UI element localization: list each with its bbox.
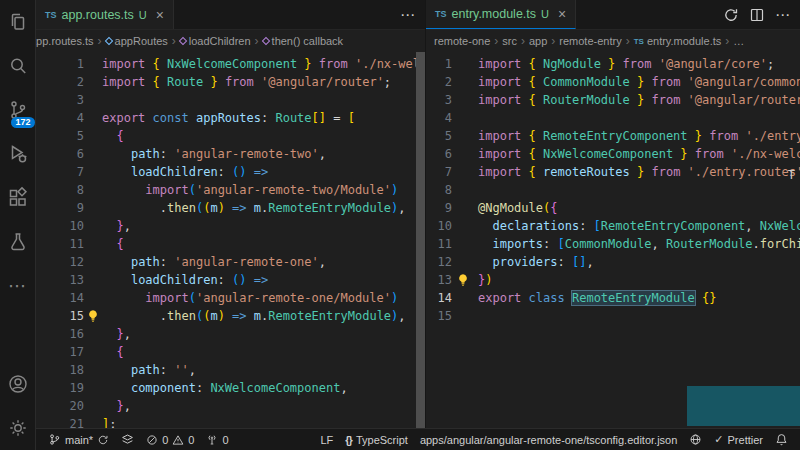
code-line[interactable]: 12 providers: [], [426, 253, 800, 271]
code-line[interactable]: 21]; [36, 415, 425, 428]
code-line[interactable]: 2import { Route } from '@angular/router'… [36, 73, 425, 91]
line-number: 4 [36, 109, 90, 127]
code-line[interactable]: 15 [426, 307, 800, 325]
accounts-icon[interactable] [0, 362, 36, 406]
tab-app-routes[interactable]: TS app.routes.ts U × [36, 0, 174, 29]
layers-sync-icon[interactable] [115, 433, 140, 446]
settings-gear-icon[interactable] [0, 406, 36, 450]
code-text: path: 'angular-remote-two', [90, 145, 326, 163]
tab-entry-module[interactable]: TS entry.module.ts U × [426, 0, 576, 29]
language-mode[interactable]: {} TypeScript [339, 434, 414, 446]
code-line[interactable]: 13}) [426, 271, 800, 289]
code-line[interactable]: 4 [426, 109, 800, 127]
testing-flask-icon[interactable] [0, 220, 36, 264]
code-line[interactable]: 13 loadChildren: () => [36, 271, 425, 289]
source-control-icon[interactable]: 172 [0, 88, 36, 132]
chevron-right-icon: › [494, 34, 498, 48]
code-line[interactable]: 11 imports: [CommonModule, RouterModule.… [426, 235, 800, 253]
code-line[interactable]: 9@NgModule({ [426, 199, 800, 217]
code-line[interactable]: 9 .then((m) => m.RemoteEntryModule), [36, 199, 425, 217]
code-line[interactable]: 8 [426, 181, 800, 199]
overlay-widget[interactable] [687, 386, 800, 426]
split-editor-icon[interactable] [749, 7, 765, 23]
breadcrumb-item[interactable]: app [529, 35, 547, 47]
breadcrumb-item[interactable]: … [733, 35, 744, 47]
lightbulb-icon[interactable] [456, 273, 470, 287]
breadcrumb-item[interactable]: appRoutes [106, 35, 168, 47]
extensions-icon[interactable] [0, 176, 36, 220]
formatter-status[interactable]: ✓ Prettier [708, 433, 769, 446]
code-line[interactable]: 3 [36, 91, 425, 109]
symbol-icon [179, 37, 187, 45]
code-line[interactable]: 8 import('angular-remote-two/Module') [36, 181, 425, 199]
code-line[interactable]: 4export const appRoutes: Route[] = [ [36, 109, 425, 127]
tab-label: entry.module.ts [452, 7, 537, 21]
code-text [90, 91, 102, 109]
line-number: 17 [36, 343, 90, 361]
breadcrumb-item[interactable]: app.routes.ts [36, 35, 94, 47]
code-line[interactable]: 19 component: NxWelcomeComponent, [36, 379, 425, 397]
notifications-bell-icon[interactable] [769, 433, 794, 446]
code-text: { [90, 343, 124, 361]
chevron-right-icon: › [172, 34, 176, 48]
eol-indicator[interactable]: LF [315, 434, 340, 446]
code-text: export class RemoteEntryModule {} [466, 289, 716, 307]
code-line[interactable]: 18 path: '', [36, 361, 425, 379]
code-line[interactable]: 10 declarations: [RemoteEntryComponent, … [426, 217, 800, 235]
code-line[interactable]: 20 }, [36, 397, 425, 415]
lightbulb-icon[interactable] [86, 309, 100, 323]
line-number: 20 [36, 397, 90, 415]
activity-bar: 172 ⋯ [0, 0, 36, 450]
code-line[interactable]: 17 { [36, 343, 425, 361]
breadcrumb-item[interactable]: TSentry.module.ts [634, 35, 722, 47]
breadcrumb-item[interactable]: remote-one [434, 35, 490, 47]
search-icon[interactable] [0, 44, 36, 88]
code-line[interactable]: 2import { CommonModule } from '@angular/… [426, 73, 800, 91]
code-line[interactable]: 11 { [36, 235, 425, 253]
code-line[interactable]: 1import { NgModule } from '@angular/core… [426, 55, 800, 73]
close-tab-icon[interactable]: × [156, 7, 164, 23]
breadcrumb-item[interactable]: src [502, 35, 517, 47]
browser-globe-icon[interactable] [683, 433, 708, 446]
line-number: 2 [426, 73, 466, 91]
problems-status[interactable]: 0 0 [140, 434, 200, 446]
ports-status[interactable]: 0 [200, 434, 234, 446]
line-number: 15 [36, 307, 90, 325]
breadcrumb-item[interactable]: remote-entry [559, 35, 621, 47]
code-line[interactable]: 7 loadChildren: () => [36, 163, 425, 181]
code-line[interactable]: 5 { [36, 127, 425, 145]
editor-groups: TS app.routes.ts U × ⋯ app.routes.ts›app… [36, 0, 800, 428]
code-line[interactable]: 6 path: 'angular-remote-two', [36, 145, 425, 163]
code-line[interactable]: 1import { NxWelcomeComponent } from './n… [36, 55, 425, 73]
code-line[interactable]: 14 import('angular-remote-one/Module') [36, 289, 425, 307]
code-line[interactable]: 14export class RemoteEntryModule {} [426, 289, 800, 307]
tsconfig-path[interactable]: apps/angular/angular-remote-one/tsconfig… [414, 434, 683, 446]
more-actions-icon[interactable]: ⋯ [400, 6, 415, 24]
symbol-icon [104, 37, 112, 45]
code-text: import('angular-remote-two/Module') [90, 181, 398, 199]
code-line[interactable]: 7import { remoteRoutes } from './entry.r… [426, 163, 800, 181]
code-text: @NgModule({ [466, 199, 558, 217]
scrollbar[interactable] [416, 52, 425, 428]
code-line[interactable]: 16 }, [36, 325, 425, 343]
branch-status[interactable]: main* [42, 433, 115, 446]
close-tab-icon[interactable]: × [558, 6, 566, 22]
run-debug-icon[interactable] [0, 132, 36, 176]
code-line[interactable]: 3import { RouterModule } from '@angular/… [426, 91, 800, 109]
code-line[interactable]: 5import { RemoteEntryComponent } from '.… [426, 127, 800, 145]
line-number: 15 [426, 307, 466, 325]
explorer-icon[interactable] [0, 0, 36, 44]
code-line[interactable]: 15 .then((m) => m.RemoteEntryModule), [36, 307, 425, 325]
breadcrumb-item[interactable]: then() callback [263, 35, 344, 47]
code-line[interactable]: 12 path: 'angular-remote-one', [36, 253, 425, 271]
sync-icon[interactable] [723, 7, 739, 23]
code-line[interactable]: 10 }, [36, 217, 425, 235]
more-actions-icon[interactable]: ⋯ [775, 6, 790, 24]
editor-app-routes[interactable]: 1import { NxWelcomeComponent } from './n… [36, 52, 425, 428]
breadcrumb-item[interactable]: loadChildren [180, 35, 251, 47]
code-line[interactable]: 6import { NxWelcomeComponent } from './n… [426, 145, 800, 163]
more-views-icon[interactable]: ⋯ [0, 264, 36, 308]
editor-entry-module[interactable]: 1import { NgModule } from '@angular/core… [426, 52, 800, 428]
breadcrumb[interactable]: app.routes.ts›appRoutes›loadChildren›the… [36, 30, 425, 52]
breadcrumb[interactable]: remote-one›src›app›remote-entry›TSentry.… [426, 30, 800, 52]
